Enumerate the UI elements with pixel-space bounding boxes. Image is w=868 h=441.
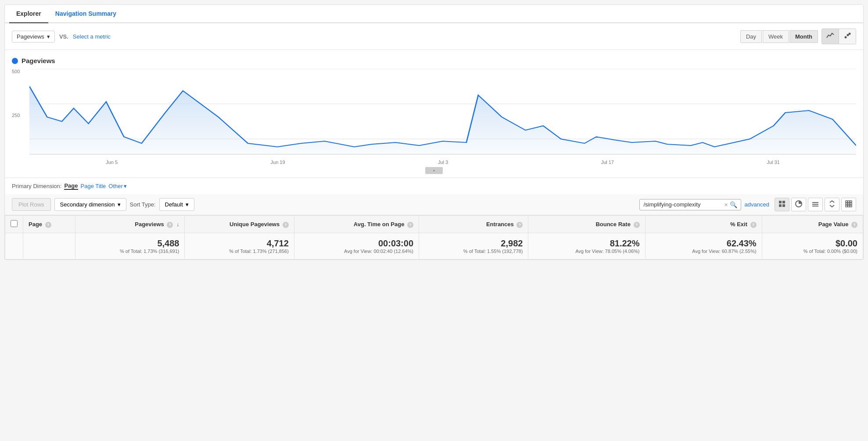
pivot-view-icon <box>845 200 852 207</box>
tab-bar: Explorer Navigation Summary <box>5 5 863 23</box>
x-label-jul3: Jul 3 <box>438 160 448 165</box>
advanced-link[interactable]: advanced <box>745 201 769 208</box>
plot-rows-button[interactable]: Plot Rows <box>12 198 51 211</box>
pie-view-button[interactable] <box>791 198 806 211</box>
vs-label: VS. <box>59 33 68 40</box>
total-bounce-rate-main: 81.22% <box>534 238 639 249</box>
header-checkbox[interactable] <box>11 220 18 227</box>
dimension-bar: Primary Dimension: Page Page Title Other… <box>5 178 863 194</box>
x-label-jul17: Jul 17 <box>601 160 614 165</box>
sort-view-button[interactable] <box>825 198 839 211</box>
metric-label: Pageviews <box>17 33 44 40</box>
dimension-page-title-link[interactable]: Page Title <box>81 183 106 189</box>
metric-dropdown-arrow: ▾ <box>47 33 50 40</box>
period-week-button[interactable]: Week <box>763 30 789 43</box>
search-input[interactable] <box>643 201 722 208</box>
x-label-jun19: Jun 19 <box>271 160 285 165</box>
column-entrances-label: Entrances <box>486 221 514 228</box>
header-checkbox-cell <box>5 216 23 233</box>
total-page-value-cell: $0.00 % of Total: 0.00% ($0.00) <box>762 233 863 260</box>
search-clear-icon[interactable]: × <box>724 201 728 208</box>
bounce-rate-help-icon[interactable]: ? <box>634 222 640 228</box>
secondary-dimension-arrow: ▾ <box>118 201 121 208</box>
toolbar: Plot Rows Secondary dimension ▾ Sort Typ… <box>5 194 863 215</box>
svg-rect-22 <box>846 205 847 207</box>
total-pageviews-main: 5,488 <box>81 238 179 249</box>
legend-dot <box>12 58 18 64</box>
svg-rect-13 <box>812 202 818 203</box>
total-bounce-rate-cell: 81.22% Avg for View: 78.05% (4.06%) <box>528 233 645 260</box>
page-help-icon[interactable]: ? <box>45 222 51 228</box>
metric-dropdown[interactable]: Pageviews ▾ <box>12 31 55 43</box>
total-pct-exit-main: 62.43% <box>651 238 757 249</box>
column-bounce-rate-label: Bounce Rate <box>595 221 630 228</box>
svg-rect-23 <box>848 205 850 207</box>
bar-view-button[interactable] <box>808 198 823 211</box>
secondary-dimension-button[interactable]: Secondary dimension ▾ <box>54 198 126 211</box>
svg-point-0 <box>845 36 847 39</box>
table-header-row: Page ? Pageviews ? ↓ Unique Pageviews ? … <box>5 216 863 233</box>
svg-marker-7 <box>29 86 856 154</box>
column-pageviews-label: Pageviews <box>135 221 164 228</box>
period-month-button[interactable]: Month <box>789 30 818 43</box>
select-metric-link[interactable]: Select a metric <box>73 33 111 40</box>
chart-area: Pageviews 500 250 <box>5 50 863 178</box>
legend-label: Pageviews <box>22 57 55 64</box>
sort-default-button[interactable]: Default ▾ <box>159 198 194 211</box>
bar-view-icon <box>812 200 819 207</box>
column-unique-pageviews: Unique Pageviews ? <box>185 216 294 233</box>
pageviews-sort-arrow[interactable]: ↓ <box>176 221 179 228</box>
total-avg-time-main: 00:03:00 <box>300 238 413 249</box>
total-unique-pageviews-sub: % of Total: 1.73% (271,856) <box>190 249 288 254</box>
pct-exit-help-icon[interactable]: ? <box>750 222 757 228</box>
total-entrances-cell: 2,982 % of Total: 1.55% (192,778) <box>419 233 528 260</box>
table-total-row: 5,488 % of Total: 1.73% (316,691) 4,712 … <box>5 233 863 260</box>
total-page-cell <box>23 233 75 260</box>
primary-dimension-label: Primary Dimension: <box>12 183 61 189</box>
entrances-help-icon[interactable]: ? <box>516 222 523 228</box>
total-avg-time-sub: Avg for View: 00:02:40 (12.64%) <box>300 249 413 254</box>
column-page-value: Page Value ? <box>762 216 863 233</box>
svg-rect-8 <box>779 201 782 203</box>
svg-rect-10 <box>779 204 782 207</box>
svg-rect-15 <box>812 206 818 206</box>
chart-legend: Pageviews <box>12 57 856 64</box>
table-view-icon <box>778 200 786 207</box>
avg-time-help-icon[interactable]: ? <box>407 222 413 228</box>
total-page-value-main: $0.00 <box>768 238 857 249</box>
total-avg-time-cell: 00:03:00 Avg for View: 00:02:40 (12.64%) <box>294 233 419 260</box>
total-entrances-main: 2,982 <box>424 238 523 249</box>
svg-rect-19 <box>846 203 847 205</box>
sort-type-label: Sort Type: <box>130 201 156 208</box>
page-value-help-icon[interactable]: ? <box>851 222 857 228</box>
dimension-other-dropdown[interactable]: Other ▾ <box>108 183 127 189</box>
column-entrances: Entrances ? <box>419 216 528 233</box>
sort-view-icon <box>829 200 836 207</box>
column-unique-pageviews-label: Unique Pageviews <box>230 221 280 228</box>
table-view-button[interactable] <box>775 198 789 211</box>
period-day-button[interactable]: Day <box>740 30 762 43</box>
tab-navigation-summary[interactable]: Navigation Summary <box>48 5 123 23</box>
dimension-page-link[interactable]: Page <box>64 182 78 190</box>
column-page-label: Page <box>29 221 42 228</box>
scatter-chart-button[interactable] <box>839 29 856 44</box>
tab-explorer[interactable]: Explorer <box>9 5 48 23</box>
main-container: Explorer Navigation Summary Pageviews ▾ … <box>4 4 864 260</box>
total-bounce-rate-sub: Avg for View: 78.05% (4.06%) <box>534 249 639 254</box>
svg-rect-24 <box>850 205 852 207</box>
pivot-view-button[interactable] <box>841 198 856 211</box>
y-axis-mid: 250 <box>12 113 20 118</box>
unique-pageviews-help-icon[interactable]: ? <box>283 222 289 228</box>
chart-wrapper: 500 250 J <box>29 69 856 165</box>
line-chart-button[interactable] <box>822 29 839 44</box>
x-label-jul31: Jul 31 <box>767 160 779 165</box>
svg-rect-20 <box>848 203 850 205</box>
metric-left: Pageviews ▾ VS. Select a metric <box>12 31 111 43</box>
search-icon[interactable]: 🔍 <box>730 201 737 208</box>
column-pct-exit-label: % Exit <box>730 221 747 228</box>
svg-rect-21 <box>850 203 852 205</box>
pageviews-help-icon[interactable]: ? <box>167 222 173 228</box>
column-avg-time: Avg. Time on Page ? <box>294 216 419 233</box>
column-page: Page ? <box>23 216 75 233</box>
svg-rect-16 <box>846 201 847 203</box>
